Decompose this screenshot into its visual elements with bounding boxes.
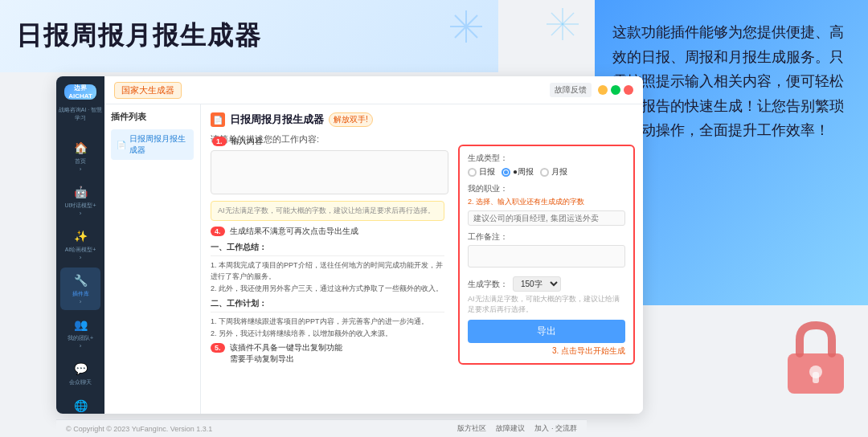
titlebar-left: 国家大生成器 <box>114 82 182 99</box>
generate-button[interactable]: 导出 <box>468 320 625 343</box>
radio-daily[interactable]: 日报 <box>468 166 495 178</box>
banner-title: 日报周报月报生成器 <box>16 18 262 54</box>
editor-prompt: 请简单的描述您的工作内容: <box>211 133 633 145</box>
step3-hint: 3. 点击导出开始生成 <box>468 345 625 357</box>
market-icon: 🌐 <box>72 398 88 414</box>
bottom-link-feedback[interactable]: 故障建议 <box>496 423 525 434</box>
plugins-icon: 🔧 <box>72 272 88 288</box>
sidebar-item-plugins[interactable]: 🔧 插件库 › <box>60 268 100 310</box>
editor-title-text: 日报周报月报生成器 <box>230 112 324 127</box>
result-list-1: 1. 本周我完成了项目的PPT介绍，送往任何地方的时间完成功能开发，并进行了客户… <box>211 259 444 294</box>
radio-label-monthly: 月报 <box>551 166 567 178</box>
step1-annotation: 1. 输入内容 <box>212 136 263 147</box>
app-sidebar: 边界AICHAT 战略咨询AI · 智慧学习 🏠 首页 › 🤖 UI对话模型+ … <box>56 76 104 414</box>
chevron-right-icon-2: › <box>80 210 82 217</box>
char-count-row: 生成字数： 150字 300字 500字 <box>468 276 625 292</box>
radio-dot-monthly <box>540 168 549 177</box>
report-plugin-icon: 📄 <box>116 138 126 151</box>
content-area: 插件列表 📄 日报周报月报生成器 📄 日报周报月报生成器 解放双手! 请简单的描… <box>104 104 643 414</box>
app-window: 边界AICHAT 战略咨询AI · 智慧学习 🏠 首页 › 🤖 UI对话模型+ … <box>56 76 643 414</box>
radio-dot-weekly <box>502 168 510 177</box>
sidebar-item-market[interactable]: 🌐 域名模板市场+ › <box>60 393 100 414</box>
result-item-1-2: 2. 此外，我还使用另外客户三天，通过这种方式挣取了一些额外的收入。 <box>211 283 444 294</box>
char-count-label: 生成字数： <box>468 279 508 290</box>
editor-area: 📄 日报周报月报生成器 解放双手! 请简单的描述您的工作内容: 1. 输入内容 <box>201 104 643 414</box>
home-icon: 🏠 <box>72 140 88 156</box>
type-label: 生成类型： <box>468 153 625 164</box>
type-radio-group: 日报 ●周报 月报 <box>468 166 625 178</box>
radio-label-weekly: ●周报 <box>513 166 534 178</box>
editor-title-bar: 📄 日报周报月报生成器 解放双手! <box>211 112 633 127</box>
app-subtitle: 战略咨询AI · 智慧学习 <box>56 106 104 122</box>
result-title-2: 二、工作计划： <box>211 298 444 312</box>
step4-text: 生成结果不满意可再次点击导出生成 <box>230 226 358 237</box>
bottom-link-join[interactable]: 加入 · 交流群 <box>534 423 577 434</box>
sidebar-label-chat: 会众聊天 <box>69 378 92 386</box>
step5-text: 该插件不具备一键导出复制功能需要手动复制导出 <box>230 342 342 365</box>
step5-badge: 5. <box>211 343 225 353</box>
plugin-panel: 插件列表 📄 日报周报月报生成器 <box>104 104 201 414</box>
sidebar-label-team: 我的团队+ <box>68 334 93 342</box>
copyright-text: © Copyright © 2023 YuFangInc. Version 1.… <box>66 425 212 433</box>
char-count-select[interactable]: 150字 300字 500字 <box>513 276 561 292</box>
job-label: 我的职业： <box>468 183 625 194</box>
sidebar-item-chat[interactable]: 💬 会众聊天 <box>60 356 100 391</box>
sidebar-label-home: 首页 <box>75 157 86 165</box>
active-tab[interactable]: 国家大生成器 <box>114 82 182 99</box>
app-logo-text: 边界AICHAT <box>64 84 96 100</box>
banner-decoration <box>446 6 486 47</box>
chat-icon: 💬 <box>72 361 88 377</box>
bottom-links: 版方社区 故障建议 加入 · 交流群 <box>457 423 577 434</box>
plugin-item-label: 日报周报月报生成器 <box>129 133 189 156</box>
radio-label-daily: 日报 <box>479 166 495 178</box>
type-selection-row: 生成类型： 日报 ●周报 <box>468 153 625 178</box>
feedback-button[interactable]: 故障反馈 <box>550 83 592 97</box>
result-item-2-2: 2. 另外，我还计划将继续培养，以增加额外的收入来源。 <box>211 328 444 339</box>
plugin-item-report[interactable]: 📄 日报周报月报生成器 <box>111 129 194 160</box>
app-titlebar: 国家大生成器 故障反馈 <box>104 76 643 104</box>
chevron-right-icon-3: › <box>80 254 82 261</box>
right-panel-text: 这款功能插件能够为您提供便捷、高效的日报、周报和月报生成服务。只需按照提示输入相… <box>612 20 850 143</box>
notice-box: AI无法满足字数，可能大概的字数，建议让给满足要求后再行选择。 <box>211 201 444 221</box>
step1-text: 输入内容 <box>231 136 263 147</box>
bottom-bar: © Copyright © 2023 YuFangInc. Version 1.… <box>56 419 587 437</box>
work-content-input[interactable] <box>211 150 448 194</box>
sidebar-item-ai-draw[interactable]: ✨ AI绘画模型+ › <box>60 223 100 266</box>
maximize-button[interactable] <box>611 85 620 95</box>
sidebar-item-team[interactable]: 👥 我的团队+ › <box>60 312 100 354</box>
ai-draw-icon: ✨ <box>72 228 88 244</box>
job-input[interactable] <box>468 210 625 226</box>
job-hint: 2. 选择、输入职业还有生成成的字数 <box>468 197 625 207</box>
result-list-2: 1. 下周我将继续跟进客项目的PPT内容，并完善客户的进一步沟通。 2. 另外，… <box>211 316 444 339</box>
char-note: AI无法满足字数，可能大概的字数，建议让给满足要求后再行选择。 <box>468 294 625 315</box>
corner-decoration <box>542 4 583 47</box>
window-controls <box>598 85 633 95</box>
notice-text: AI无法满足字数，可能大概的字数，建议让给满足要求后再行选择。 <box>218 206 435 214</box>
sidebar-label-ai-chat: UI对话模型+ <box>64 202 96 210</box>
app-main: 国家大生成器 故障反馈 插件列表 📄 日报周报月报生成器 <box>104 76 643 414</box>
editor-title-badge: 解放双手! <box>329 112 373 127</box>
radio-dot-daily <box>468 168 477 177</box>
radio-weekly[interactable]: ●周报 <box>502 166 534 178</box>
extra-row: 工作备注： <box>468 231 625 271</box>
close-button[interactable] <box>624 85 633 95</box>
chevron-right-icon-4: › <box>80 298 82 305</box>
extra-input[interactable] <box>468 245 625 268</box>
sidebar-item-ai-chat[interactable]: 🤖 UI对话模型+ › <box>60 179 100 222</box>
chevron-right-icon: › <box>80 165 82 173</box>
step4-badge: 4. <box>211 227 225 236</box>
svg-rect-10 <box>813 372 819 383</box>
extra-label: 工作备注： <box>468 231 625 243</box>
chevron-right-icon-5: › <box>80 342 82 349</box>
lock-icon <box>780 317 852 413</box>
bottom-link-community[interactable]: 版方社区 <box>457 423 486 434</box>
editor-plugin-icon: 📄 <box>211 112 225 127</box>
plugin-list-header: 插件列表 <box>111 111 194 123</box>
titlebar-right: 故障反馈 <box>550 83 633 97</box>
top-banner: 日报周报月报生成器 <box>0 0 498 72</box>
result-section: 一、工作总结： 1. 本周我完成了项目的PPT介绍，送往任何地方的时间完成功能开… <box>211 242 444 339</box>
sidebar-item-home[interactable]: 🏠 首页 › <box>60 135 100 178</box>
minimize-button[interactable] <box>598 85 608 95</box>
app-logo: 边界AICHAT <box>64 84 96 100</box>
radio-monthly[interactable]: 月报 <box>540 166 567 178</box>
